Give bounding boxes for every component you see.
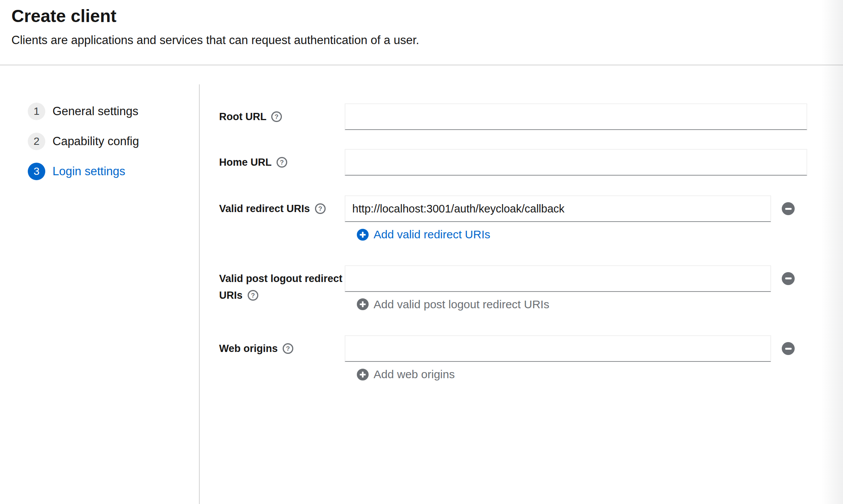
add-valid-post-logout-redirect-uris-button[interactable]: Add valid post logout redirect URIs [357,298,549,311]
plus-icon [357,369,369,380]
form-row-root-url: Root URL? [219,103,843,130]
help-icon[interactable]: ? [282,343,294,354]
wizard-step-nav: 1 General settings 2 Capability config 3… [0,84,200,504]
wizard-body: 1 General settings 2 Capability config 3… [0,84,843,504]
help-icon[interactable]: ? [271,111,282,122]
valid-post-logout-redirect-uri-input[interactable] [345,265,771,292]
form-row-web-origins: Web origins? Add web origins [219,335,843,382]
field-label-root-url: Root URL? [219,103,345,125]
step-label: Login settings [52,165,125,178]
wizard-step-general-settings[interactable]: 1 General settings [28,103,199,120]
add-web-origins-button[interactable]: Add web origins [357,368,455,381]
help-icon[interactable]: ? [315,203,326,214]
root-url-input[interactable] [345,103,807,130]
form-row-valid-redirect-uris: Valid redirect URIs? Add valid redirect … [219,195,843,242]
svg-text:?: ? [251,292,254,299]
svg-text:?: ? [280,159,284,166]
create-client-screen: Create client Clients are applications a… [0,0,843,504]
field-label-valid-redirect-uris: Valid redirect URIs? [219,195,345,217]
add-valid-redirect-uris-button[interactable]: Add valid redirect URIs [357,228,490,241]
step-number-badge: 1 [28,103,45,120]
help-icon[interactable]: ? [276,157,288,168]
svg-text:?: ? [275,113,278,120]
field-label-valid-post-logout-redirect-uris: Valid post logout redirect URIs? [219,265,345,304]
remove-post-logout-uri-button[interactable] [782,272,795,285]
step-number-badge: 3 [28,163,45,180]
page-header: Create client Clients are applications a… [0,0,843,65]
minus-icon [785,277,792,279]
wizard-step-capability-config[interactable]: 2 Capability config [28,133,199,150]
page-title: Create client [11,6,843,26]
login-settings-form: Root URL? Home URL? [200,84,843,504]
home-url-input[interactable] [345,149,807,176]
svg-text:?: ? [318,205,322,212]
svg-text:?: ? [286,345,290,352]
remove-redirect-uri-button[interactable] [782,202,795,215]
wizard-step-login-settings[interactable]: 3 Login settings [28,163,199,180]
page-subtitle: Clients are applications and services th… [11,33,843,48]
minus-icon [785,208,792,210]
plus-icon [357,298,369,310]
plus-icon [357,229,369,241]
valid-redirect-uri-input[interactable] [345,195,771,222]
step-label: General settings [52,105,138,118]
remove-web-origin-button[interactable] [782,342,795,355]
web-origins-input[interactable] [345,335,771,362]
field-label-home-url: Home URL? [219,149,345,171]
form-row-home-url: Home URL? [219,149,843,176]
field-label-web-origins: Web origins? [219,335,345,357]
minus-icon [785,348,792,350]
help-icon[interactable]: ? [247,290,259,301]
step-number-badge: 2 [28,133,45,150]
step-label: Capability config [52,135,139,148]
form-row-valid-post-logout-redirect-uris: Valid post logout redirect URIs? Add val… [219,265,843,312]
